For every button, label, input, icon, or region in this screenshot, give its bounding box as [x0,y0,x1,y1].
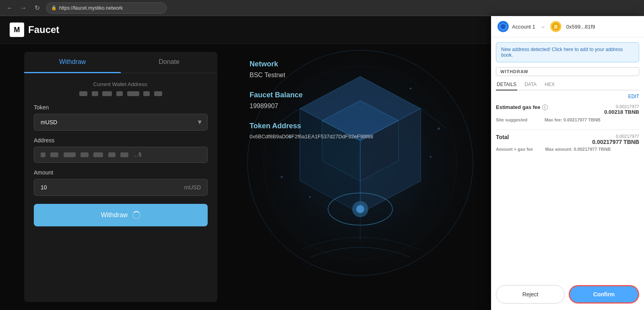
amount-input-wrapper: mUSD [34,179,208,196]
addr-blur-4 [80,152,89,157]
lock-icon: 🔒 [51,5,57,10]
mm-amount-gas-row: Amount + gas fee Max amount: 0.00217977 … [491,145,644,153]
mm-address-short: 0x599...81f9 [566,24,595,30]
address-label: Address [34,137,208,144]
mm-alert[interactable]: New address detected! Click here to add … [496,42,639,62]
mm-fee-small: 0.00217977 [604,104,639,109]
mm-fee-row: Estimated gas fee i 0.00217977 0.00218 T… [496,104,639,115]
main-content: M Faucet [0,16,644,310]
mm-actions: Reject Confirm [491,279,644,310]
token-select-wrapper: mUSD ▼ [34,114,208,131]
address-blur-4 [116,91,123,96]
mm-withdraw-badge: WITHDRAW [496,67,639,76]
tab-withdraw[interactable]: Withdraw [24,52,121,73]
token-select[interactable]: mUSD [34,114,208,131]
metamask-popup: Account 1 → B 0x599...81f9 New address d… [491,16,644,310]
mm-header: Account 1 → B 0x599...81f9 [491,16,644,37]
mm-site-suggested: Site suggested Max fee: 0.00217977 TBNB [496,117,639,122]
mm-sub-tabs: DETAILS DATA HEX [496,79,639,90]
mm-fee-main: 0.00218 TBNB [604,109,639,115]
addr-blur-3 [64,152,76,157]
addr-blur-7 [120,152,128,157]
forward-button[interactable]: → [19,3,28,13]
form-content: Current Wallet Address: Token [24,73,217,234]
refresh-button[interactable]: ↻ [32,3,42,13]
mm-fee-label: Estimated gas fee i [496,104,548,110]
address-blur-3 [102,91,112,96]
withdraw-btn-label: Withdraw [101,211,128,219]
url-bar[interactable]: 🔒 https://faucet.mystiko.network [46,2,167,14]
mm-divider [496,129,639,130]
mm-account-name: Account 1 [512,24,535,30]
mm-tab-hex[interactable]: HEX [544,79,555,90]
address-field: ...5 [34,147,208,163]
svg-text:B: B [554,24,557,30]
addr-suffix: ...5 [133,152,142,158]
addr-blur-1 [41,152,45,157]
wallet-address-label: Current Wallet Address: [34,81,208,87]
mm-total-values: 0.00217977 0.00217977 TBNB [592,134,639,145]
mm-info-icon[interactable]: i [542,105,548,110]
address-blur-6 [143,91,150,96]
address-blur-2 [92,91,98,96]
mm-total-row: Total 0.00217977 0.00217977 TBNB [491,134,644,145]
mm-tab-data[interactable]: DATA [524,79,537,90]
amount-label: Amount [34,169,208,176]
address-blur-1 [79,91,87,96]
logo-icon: M [10,23,24,37]
withdraw-button[interactable]: Withdraw [34,204,208,226]
mm-fox-avatar [497,21,509,32]
tab-bar: Withdraw Donate [24,52,217,73]
svg-point-23 [501,24,506,29]
amount-input[interactable] [41,184,184,191]
back-button[interactable]: ← [5,3,14,13]
mm-arrow-icon: → [540,24,545,30]
addr-blur-2 [50,152,58,157]
mm-reject-button[interactable]: Reject [496,285,565,304]
wallet-address-display [34,90,208,96]
amount-unit: mUSD [184,184,201,191]
mm-coin-avatar: B [550,21,561,32]
url-text: https://faucet.mystiko.network [59,5,123,11]
address-blur-7 [154,91,162,96]
token-label: Token [34,104,208,111]
addr-blur-5 [93,152,103,157]
mm-confirm-button[interactable]: Confirm [569,285,639,304]
mm-amount-gas-label: Amount + gas fee Max amount: 0.00217977 … [496,147,611,152]
amount-section: Amount mUSD [34,169,208,196]
mm-total-main: 0.00217977 TBNB [592,139,639,145]
mm-total-small: 0.00217977 [592,134,639,139]
loading-spinner [132,211,140,219]
address-blur-5 [127,91,139,96]
addr-blur-6 [108,152,116,157]
browser-chrome: ← → ↻ 🔒 https://faucet.mystiko.network [0,0,644,16]
mm-fee-values: 0.00217977 0.00218 TBNB [604,104,639,115]
logo-text: Faucet [28,24,59,35]
mm-gas-details: Estimated gas fee i 0.00217977 0.00218 T… [491,101,644,125]
mm-tab-details[interactable]: DETAILS [496,79,517,90]
tab-donate[interactable]: Donate [121,52,217,73]
form-panel: Withdraw Donate Current Wallet Address: [24,52,217,302]
mm-total-label: Total [496,134,509,140]
mm-edit-link[interactable]: EDIT [491,90,644,101]
